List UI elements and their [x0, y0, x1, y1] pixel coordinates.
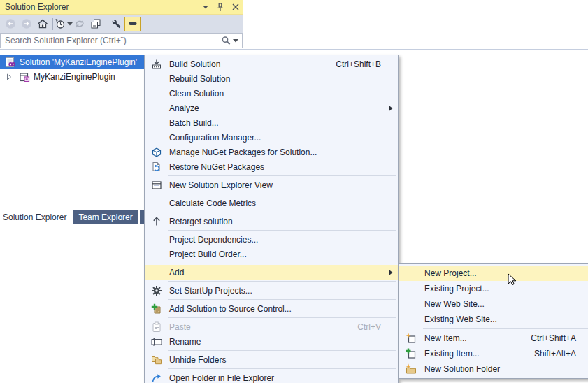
retarget-icon	[145, 216, 168, 227]
gear-icon	[145, 285, 168, 296]
tab-solution-explorer[interactable]: Solution Explorer	[0, 210, 71, 224]
menu-item-label: New Project...	[422, 268, 588, 278]
menu-item-existing-web-site[interactable]: Existing Web Site...	[399, 312, 588, 327]
menu-item-restore-nuget-packages[interactable]: Restore NuGet Packages	[145, 159, 398, 174]
menu-separator	[168, 317, 396, 318]
menu-item-configuration-manager[interactable]: Configuration Manager...	[145, 130, 398, 145]
home-icon	[37, 18, 48, 29]
panel-toolbar	[0, 15, 243, 33]
menu-item-label: Configuration Manager...	[168, 133, 398, 143]
menu-item-rename[interactable]: Rename	[145, 334, 398, 349]
search-options-caret-icon[interactable]	[233, 39, 238, 43]
preview-selected-items-toggle[interactable]	[124, 17, 141, 31]
toolbar-separator	[52, 18, 53, 30]
forward-button	[18, 17, 34, 31]
forward-icon	[21, 18, 32, 29]
menu-item-existing-item[interactable]: Existing Item...Shift+Alt+A	[399, 346, 588, 361]
menu-item-label: Analyze	[168, 103, 398, 113]
menu-item-retarget-solution[interactable]: Retarget solution	[145, 214, 398, 229]
back-icon	[5, 18, 16, 29]
menu-item-paste: PasteCtrl+V	[145, 319, 398, 334]
window-position-caret-icon[interactable]	[203, 6, 208, 9]
menu-item-label: Existing Item...	[422, 349, 534, 359]
properties-button[interactable]	[108, 17, 124, 31]
nuget-restore-icon	[145, 161, 168, 173]
menu-item-clean-solution[interactable]: Clean Solution	[145, 86, 398, 101]
menu-item-build-solution[interactable]: Build SolutionCtrl+Shift+B	[145, 57, 398, 71]
history-icon	[55, 18, 66, 29]
menu-separator	[168, 281, 396, 282]
menu-separator	[423, 328, 588, 329]
menu-item-label: New Solution Folder	[422, 364, 588, 374]
solution-icon	[5, 57, 16, 68]
panel-title: Solution Explorer	[5, 2, 203, 12]
menu-item-new-solution-folder[interactable]: New Solution Folder	[399, 361, 588, 377]
auto-hide-pin-icon[interactable]	[216, 3, 224, 12]
existing-item-icon	[399, 348, 422, 359]
back-button	[2, 17, 18, 31]
menu-item-add-solution-to-source-control[interactable]: Add Solution to Source Control...	[145, 301, 398, 316]
menu-item-set-startup-projects[interactable]: Set StartUp Projects...	[145, 283, 398, 298]
tab-team-explorer[interactable]: Team Explorer	[73, 210, 137, 224]
pending-changes-filter-button[interactable]	[55, 17, 71, 31]
menu-item-label: Rename	[168, 337, 398, 347]
menu-item-unhide-folders[interactable]: Unhide Folders	[145, 352, 398, 367]
menu-item-batch-build[interactable]: Batch Build...	[145, 115, 398, 130]
menu-item-label: New Web Site...	[422, 299, 588, 309]
sync-with-active-document-button	[71, 17, 87, 31]
menu-item-label: Calculate Code Metrics	[168, 198, 398, 208]
menu-item-label: Build Solution	[168, 59, 336, 69]
tree-item-label: Solution 'MyKanziEnginePlugin'	[20, 57, 137, 67]
menu-separator	[168, 350, 396, 351]
menu-separator	[168, 194, 396, 194]
menu-item-shortcut: Ctrl+Shift+B	[336, 59, 381, 69]
close-icon[interactable]	[232, 3, 239, 10]
new-view-icon	[145, 180, 168, 191]
submenu-arrow-icon	[389, 269, 393, 275]
rename-icon	[145, 336, 168, 347]
tree-item-label: MyKanziEnginePlugin	[34, 72, 115, 82]
menu-item-open-folder-in-file-explorer[interactable]: Open Folder in File Explorer	[145, 370, 398, 383]
menu-item-manage-nuget-packages-for-solution[interactable]: Manage NuGet Packages for Solution...	[145, 145, 398, 159]
menu-item-label: Project Dependencies...	[168, 235, 398, 245]
menu-item-rebuild-solution[interactable]: Rebuild Solution	[145, 71, 398, 86]
new-solution-folder-icon	[399, 363, 422, 375]
new-item-icon	[399, 333, 422, 344]
menu-item-calculate-code-metrics[interactable]: Calculate Code Metrics	[145, 196, 398, 210]
open-folder-icon	[145, 373, 168, 383]
search-input[interactable]: Search Solution Explorer (Ctrl+¨)	[0, 33, 243, 48]
home-button[interactable]	[34, 17, 50, 31]
menu-item-analyze[interactable]: Analyze	[145, 101, 398, 115]
search-icon[interactable]	[221, 36, 231, 45]
menu-item-new-item[interactable]: New Item...Ctrl+Shift+A	[399, 331, 588, 346]
menu-item-label: Unhide Folders	[168, 355, 398, 365]
menu-item-label: Rebuild Solution	[168, 74, 398, 84]
project-icon	[19, 71, 30, 82]
panel-titlebar[interactable]: Solution Explorer	[0, 0, 243, 15]
nuget-icon	[145, 147, 168, 158]
menu-item-project-build-order[interactable]: Project Build Order...	[145, 247, 398, 261]
menu-item-shortcut: Ctrl+Shift+A	[531, 333, 576, 343]
menu-item-new-project[interactable]: New Project...	[399, 266, 588, 281]
menu-item-shortcut: Ctrl+V	[357, 322, 381, 332]
solution-context-menu: Build SolutionCtrl+Shift+BRebuild Soluti…	[144, 55, 399, 383]
menu-separator	[168, 175, 396, 176]
menu-item-new-web-site[interactable]: New Web Site...	[399, 296, 588, 312]
menu-item-label: Manage NuGet Packages for Solution...	[168, 147, 398, 157]
source-control-add-icon	[145, 303, 168, 315]
toolbar-separator	[106, 18, 106, 30]
menu-item-label: New Item...	[422, 333, 531, 343]
sync-icon	[74, 18, 85, 29]
expander-icon[interactable]	[6, 73, 13, 81]
menu-item-add[interactable]: Add	[145, 265, 398, 280]
add-submenu: New Project...Existing Project...New Web…	[399, 263, 588, 379]
menu-item-label: Retarget solution	[168, 217, 398, 226]
menu-item-new-solution-explorer-view[interactable]: New Solution Explorer View	[145, 178, 398, 192]
menu-item-label: Paste	[168, 322, 357, 332]
menu-item-existing-project[interactable]: Existing Project...	[399, 281, 588, 296]
collapse-all-button[interactable]	[87, 17, 103, 31]
menu-item-project-dependencies[interactable]: Project Dependencies...	[145, 232, 398, 247]
menu-separator	[168, 230, 396, 231]
wrench-icon	[111, 18, 122, 29]
menu-item-label: Restore NuGet Packages	[168, 162, 398, 172]
